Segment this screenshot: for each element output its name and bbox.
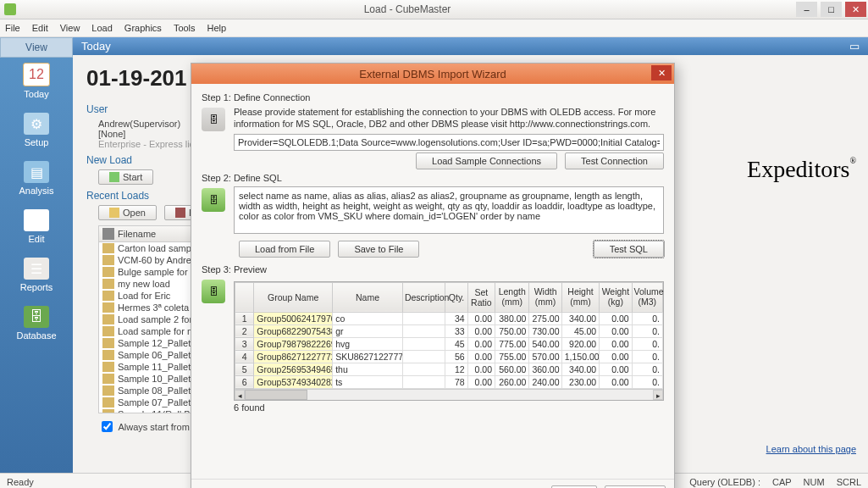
step2-label: Step 2: Define SQL [202, 173, 664, 183]
nav-item-today[interactable]: 12Today [0, 58, 73, 108]
table-row[interactable]: 2Group682290754388gr330.00750.00730.0045… [235, 324, 663, 337]
column-header[interactable]: Name [333, 282, 403, 312]
folder-icon [102, 302, 114, 313]
load-from-file-button[interactable]: Load from File [239, 241, 330, 258]
scroll-thumb[interactable] [245, 390, 307, 400]
column-header[interactable]: Qty. [445, 282, 467, 312]
expand-icon[interactable]: ▭ [849, 40, 860, 53]
nav-item-analysis[interactable]: ▤Analysis [0, 156, 73, 204]
load-sample-connections-button[interactable]: Load Sample Connections [416, 152, 557, 169]
column-header[interactable]: Length(mm) [495, 282, 529, 312]
table-row[interactable]: 6Group53749340282ts780.00260.00240.00230… [235, 375, 663, 388]
menu-tools[interactable]: Tools [174, 23, 196, 33]
app-icon [4, 3, 16, 15]
connection-icon: 🗄 [202, 108, 225, 131]
always-start-checkbox[interactable] [102, 421, 113, 432]
table-row[interactable]: 5Group256953494652thu120.00560.00360.003… [235, 363, 663, 375]
minimize-button[interactable]: – [796, 2, 817, 17]
folder-icon [102, 326, 114, 336]
column-header[interactable]: Weight(kg) [600, 282, 632, 312]
status-scrl: SCRL [837, 477, 861, 487]
folder-icon [102, 291, 114, 301]
folder-icon [102, 362, 114, 372]
active-tab[interactable]: Today [81, 40, 111, 53]
column-icon [102, 228, 114, 240]
folder-icon [102, 338, 114, 348]
connection-string-input[interactable] [234, 134, 664, 151]
scroll-right-icon[interactable]: ▸ [653, 390, 663, 400]
window-title: Load - CubeMaster [20, 3, 794, 15]
step1-label: Step 1: Define Connection [202, 92, 664, 103]
play-icon [109, 172, 119, 182]
status-ready: Ready [7, 477, 34, 487]
folder-icon [109, 208, 119, 218]
nav-item-edit[interactable]: ✎Edit [0, 204, 73, 252]
test-sql-button[interactable]: Test SQL [594, 241, 664, 258]
dialog-close-button[interactable]: ✕ [651, 65, 672, 80]
grid-horizontal-scrollbar[interactable]: ◂ ▸ [235, 389, 663, 400]
column-header[interactable]: Group Name [254, 282, 333, 312]
delete-icon [175, 208, 185, 218]
nav-item-database[interactable]: 🗄Database [0, 301, 73, 349]
status-query: Query (OLEDB) : [689, 477, 760, 487]
menu-edit[interactable]: Edit [32, 23, 48, 33]
sql-textarea[interactable] [234, 186, 664, 234]
folder-icon [102, 350, 114, 360]
sql-icon: 🗄 [202, 188, 225, 212]
menu-graphics[interactable]: Graphics [124, 23, 162, 33]
table-row[interactable]: 3Group798798222692hvg450.00775.00540.009… [235, 337, 663, 350]
table-row[interactable]: 1Group500624179700co340.00380.00275.0034… [235, 312, 663, 324]
test-connection-button[interactable]: Test Connection [565, 152, 664, 169]
gear-icon: ⚙ [24, 113, 49, 135]
folder-icon [102, 314, 114, 324]
column-header[interactable]: Description [402, 282, 445, 312]
found-count: 6 found [234, 402, 664, 413]
column-header[interactable]: Volume(M3) [632, 282, 662, 312]
status-cap: CAP [772, 477, 792, 487]
calendar-icon: 12 [23, 63, 50, 86]
dialog-title: External DBMS Import Wizard [359, 68, 506, 80]
menu-help[interactable]: Help [207, 23, 227, 33]
column-header[interactable]: Width(mm) [529, 282, 561, 312]
folder-icon [102, 243, 114, 253]
step1-text: Please provide statement for establishin… [234, 106, 664, 130]
nav-item-reports[interactable]: ☰Reports [0, 252, 73, 301]
table-row[interactable]: 4Group862712277720SKU862712277720560.007… [235, 350, 663, 363]
close-button[interactable]: ✕ [845, 2, 866, 17]
folder-icon [102, 267, 114, 277]
preview-icon: 🗄 [202, 280, 225, 303]
column-header[interactable]: Height(mm) [561, 282, 599, 312]
menu-view[interactable]: View [60, 23, 80, 33]
menubar: File Edit View Load Graphics Tools Help [0, 19, 868, 37]
learn-link-main[interactable]: Learn about this page [766, 444, 856, 454]
dialog-titlebar[interactable]: External DBMS Import Wizard ✕ [191, 64, 674, 84]
main-window-titlebar: Load - CubeMaster – □ ✕ [0, 0, 868, 19]
menu-load[interactable]: Load [91, 23, 112, 33]
database-icon: 🗄 [24, 306, 49, 328]
status-num: NUM [804, 477, 825, 487]
scroll-left-icon[interactable]: ◂ [235, 390, 245, 400]
step3-label: Step 3: Preview [202, 264, 664, 274]
column-header[interactable]: Set Ratio [467, 282, 495, 312]
folder-icon [102, 374, 114, 384]
maximize-button[interactable]: □ [821, 2, 842, 17]
nav-item-setup[interactable]: ⚙Setup [0, 108, 73, 156]
folder-icon [102, 397, 114, 408]
pencil-icon: ✎ [24, 209, 49, 231]
expeditors-logo: Expeditors® [747, 156, 856, 183]
chart-icon: ▤ [24, 161, 49, 183]
report-icon: ☰ [24, 258, 49, 280]
menu-file[interactable]: File [5, 23, 20, 33]
file-header-label: Filename [118, 229, 156, 239]
save-to-file-button[interactable]: Save to File [338, 241, 419, 258]
content-tab-header: Today ▭ [73, 37, 868, 55]
folder-icon [102, 279, 114, 289]
folder-icon [102, 385, 114, 396]
folder-icon [102, 255, 114, 265]
preview-grid[interactable]: Group NameNameDescriptionQty.Set RatioLe… [234, 281, 664, 401]
column-header[interactable] [235, 282, 254, 312]
nav-header: View [0, 37, 73, 58]
start-button[interactable]: Start [98, 169, 153, 185]
open-button[interactable]: Open [98, 205, 157, 220]
import-wizard-dialog: External DBMS Import Wizard ✕ Step 1: De… [191, 63, 675, 488]
